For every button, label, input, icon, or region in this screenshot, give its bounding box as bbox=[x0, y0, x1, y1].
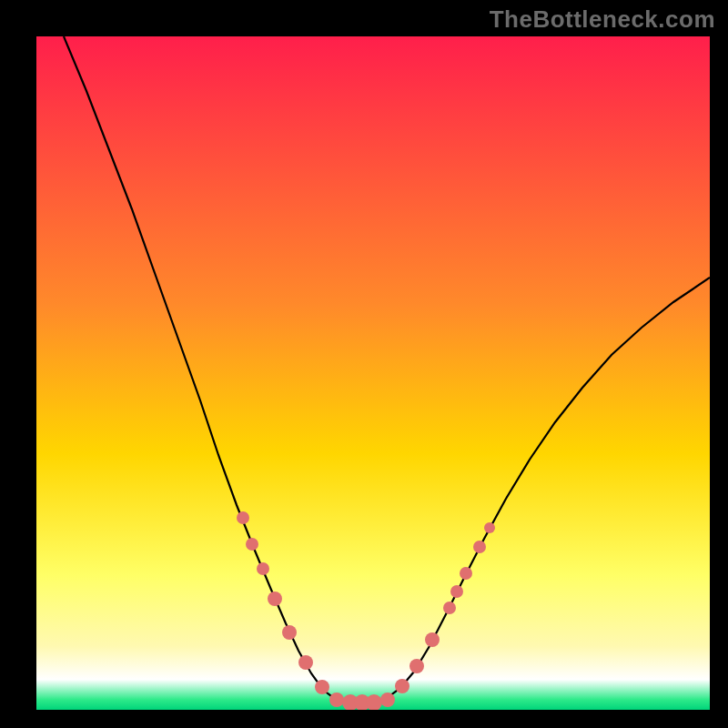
bottleneck-chart bbox=[36, 36, 710, 710]
curve-marker bbox=[443, 602, 456, 614]
curve-marker bbox=[282, 625, 297, 640]
curve-marker bbox=[410, 659, 424, 673]
curve-marker bbox=[268, 592, 282, 606]
curve-marker bbox=[460, 567, 472, 580]
curve-marker bbox=[380, 693, 395, 707]
curve-marker bbox=[425, 632, 440, 647]
curve-marker bbox=[237, 511, 249, 524]
curve-marker bbox=[450, 585, 463, 598]
curve-marker bbox=[298, 655, 313, 670]
curve-marker bbox=[315, 680, 329, 694]
gradient-background bbox=[36, 36, 710, 710]
plot-area bbox=[36, 36, 710, 710]
curve-marker bbox=[484, 522, 495, 533]
curve-marker bbox=[473, 541, 486, 553]
curve-marker bbox=[257, 562, 269, 575]
curve-marker bbox=[246, 538, 258, 551]
curve-marker bbox=[329, 693, 344, 707]
curve-marker bbox=[395, 679, 410, 693]
watermark-text: TheBottleneck.com bbox=[490, 5, 715, 34]
chart-frame: TheBottleneck.com bbox=[0, 0, 728, 728]
